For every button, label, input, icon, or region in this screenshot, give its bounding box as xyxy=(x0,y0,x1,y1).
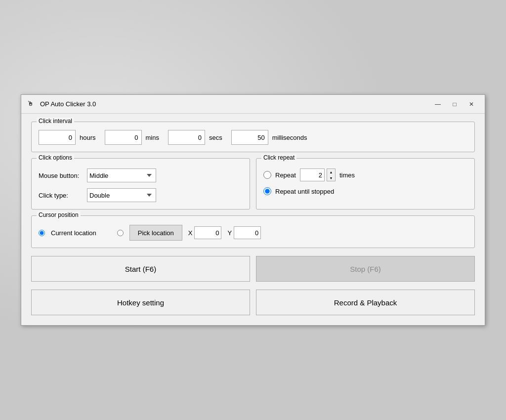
x-coord-group: X xyxy=(188,226,222,239)
pick-location-radio[interactable] xyxy=(117,230,124,236)
ms-label: milliseconds xyxy=(272,134,307,141)
cursor-position-label: Cursor position xyxy=(37,211,81,218)
click-type-row: Click type: Single Double Triple xyxy=(39,188,243,202)
app-icon: 🖱 xyxy=(27,100,36,109)
mins-input[interactable] xyxy=(105,130,142,145)
current-location-radio[interactable] xyxy=(39,230,45,236)
repeat-until-label: Repeat until stopped xyxy=(275,188,334,195)
repeat-until-radio[interactable] xyxy=(263,187,271,195)
title-bar: 🖱 OP Auto Clicker 3.0 — □ ✕ xyxy=(21,95,485,114)
interval-row: hours mins secs milliseconds xyxy=(39,130,467,145)
cursor-row: Current location Pick location X Y xyxy=(39,225,467,241)
repeat-radio-label: Repeat xyxy=(275,171,296,179)
mouse-button-row: Mouse button: Left Middle Right xyxy=(39,168,243,182)
spin-buttons: ▲ ▼ xyxy=(327,168,336,181)
start-button[interactable]: Start (F6) xyxy=(31,256,250,282)
y-label: Y xyxy=(227,229,232,237)
start-stop-row: Start (F6) Stop (F6) xyxy=(31,256,475,282)
hours-label: hours xyxy=(80,134,96,141)
times-label: times xyxy=(339,171,355,179)
secs-label: secs xyxy=(209,134,222,141)
click-options-group: Click options Mouse button: Left Middle … xyxy=(31,158,250,210)
repeat-row: Repeat ▲ ▼ times xyxy=(263,168,467,181)
click-type-select[interactable]: Single Double Triple xyxy=(87,188,156,202)
mouse-button-label: Mouse button: xyxy=(39,172,83,179)
minimize-button[interactable]: — xyxy=(430,99,445,110)
spin-up-button[interactable]: ▲ xyxy=(327,169,335,175)
mouse-button-select[interactable]: Left Middle Right xyxy=(87,168,156,182)
click-repeat-group: Click repeat Repeat ▲ ▼ times Re xyxy=(256,158,475,210)
y-input[interactable] xyxy=(234,226,261,239)
click-interval-group: Click interval hours mins secs milliseco… xyxy=(31,122,475,152)
cursor-position-group: Cursor position Current location Pick lo… xyxy=(31,215,475,248)
repeat-radio[interactable] xyxy=(263,171,271,179)
hotkey-button[interactable]: Hotkey setting xyxy=(31,290,250,315)
repeat-input-wrap: ▲ ▼ xyxy=(300,168,336,181)
window-controls: — □ ✕ xyxy=(430,99,479,110)
stop-button: Stop (F6) xyxy=(256,256,475,282)
main-window: 🖱 OP Auto Clicker 3.0 — □ ✕ Click interv… xyxy=(21,94,485,326)
hours-input[interactable] xyxy=(39,130,76,145)
spin-down-button[interactable]: ▼ xyxy=(327,175,335,181)
current-location-label: Current location xyxy=(51,229,96,237)
close-button[interactable]: ✕ xyxy=(464,99,479,110)
x-input[interactable] xyxy=(194,226,221,239)
click-interval-label: Click interval xyxy=(37,118,74,125)
pick-location-button[interactable]: Pick location xyxy=(129,225,182,241)
mins-label: mins xyxy=(146,134,159,141)
window-title: OP Auto Clicker 3.0 xyxy=(40,100,426,108)
click-repeat-label: Click repeat xyxy=(261,154,296,161)
click-type-label: Click type: xyxy=(39,192,83,199)
repeat-count-input[interactable] xyxy=(300,168,325,181)
record-button[interactable]: Record & Playback xyxy=(256,290,475,315)
repeat-until-row: Repeat until stopped xyxy=(263,187,467,195)
maximize-button[interactable]: □ xyxy=(447,99,462,110)
secs-input[interactable] xyxy=(168,130,205,145)
click-options-label: Click options xyxy=(37,154,74,161)
hotkey-record-row: Hotkey setting Record & Playback xyxy=(31,290,475,315)
ms-input[interactable] xyxy=(231,130,268,145)
middle-section: Click options Mouse button: Left Middle … xyxy=(31,158,475,210)
y-coord-group: Y xyxy=(227,226,261,239)
content-area: Click interval hours mins secs milliseco… xyxy=(21,114,485,325)
x-label: X xyxy=(188,229,193,237)
